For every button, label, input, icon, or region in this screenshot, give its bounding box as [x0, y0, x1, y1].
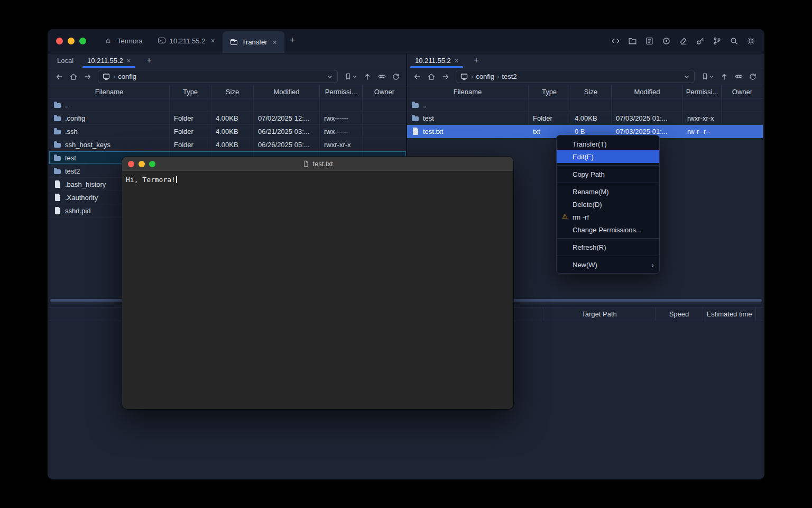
- breadcrumb-label: config: [476, 72, 494, 80]
- tab-label: 10.211.55.2: [170, 37, 206, 45]
- column-header[interactable]: Modified: [612, 85, 683, 98]
- left-path-bar[interactable]: › config: [98, 70, 338, 83]
- search-icon[interactable]: [728, 36, 739, 47]
- right-path-bar[interactable]: › config › test2: [456, 70, 695, 83]
- chevron-down-icon[interactable]: [683, 73, 690, 80]
- bookmark-button[interactable]: [698, 70, 716, 83]
- forward-button[interactable]: [81, 70, 94, 83]
- context-menu-item[interactable]: [557, 163, 659, 168]
- show-hidden-files-button[interactable]: [375, 70, 388, 83]
- minimize-window-button[interactable]: [68, 38, 75, 44]
- column-header[interactable]: Permissi...: [320, 85, 363, 98]
- column-header[interactable]: Permissi...: [683, 85, 722, 98]
- tab-close-icon[interactable]: ×: [210, 37, 215, 45]
- breadcrumb-segment[interactable]: › config: [113, 72, 136, 80]
- context-menu-item[interactable]: Delete(D): [557, 198, 659, 211]
- file-size: 4.00KB: [211, 125, 254, 138]
- file-row[interactable]: test Folder 4.00KB 07/03/2025 01:... rwx…: [407, 112, 763, 125]
- context-menu-item[interactable]: Refresh(R): [557, 241, 659, 253]
- window-tab[interactable]: Termora: [98, 29, 150, 53]
- eye-icon: [377, 72, 386, 81]
- home-button[interactable]: [425, 70, 438, 83]
- breadcrumb-separator: ›: [113, 72, 115, 80]
- context-menu-item[interactable]: [557, 253, 659, 258]
- file-row[interactable]: .ssh Folder 4.00KB 06/21/2025 03:... rwx…: [49, 125, 406, 138]
- titlebar-actions: [610, 29, 764, 53]
- file-name: .Xauthority: [65, 194, 98, 202]
- editor-titlebar[interactable]: test.txt: [122, 157, 513, 171]
- column-header[interactable]: Owner: [722, 85, 763, 98]
- right-new-panel-tab-button[interactable]: +: [469, 53, 484, 68]
- code-icon[interactable]: [610, 36, 621, 47]
- transfer-header-filler: [756, 307, 763, 321]
- column-header[interactable]: Filename: [49, 85, 170, 98]
- tab-close-icon[interactable]: ×: [455, 57, 459, 65]
- column-header[interactable]: Modified: [254, 85, 320, 98]
- close-window-button[interactable]: [56, 38, 63, 44]
- column-header[interactable]: Size: [211, 85, 254, 98]
- new-tab-button[interactable]: +: [284, 29, 300, 53]
- column-header[interactable]: Filename: [407, 85, 529, 98]
- column-header[interactable]: Type: [529, 85, 570, 98]
- up-directory-button[interactable]: [361, 70, 374, 83]
- eraser-icon[interactable]: [678, 36, 688, 47]
- panel-tab[interactable]: 10.211.55.2 ×: [408, 53, 465, 68]
- breadcrumb-segment[interactable]: › config: [471, 72, 494, 80]
- editor-content[interactable]: Hi, Termora!: [122, 171, 513, 188]
- transfer-column-header[interactable]: Estimated time: [703, 307, 756, 321]
- menu-item-icon: [561, 260, 570, 269]
- menu-item-label: Refresh(R): [573, 243, 606, 251]
- file-row[interactable]: ..: [407, 98, 763, 112]
- panel-tab[interactable]: Local: [50, 53, 80, 68]
- column-header[interactable]: Type: [170, 85, 211, 98]
- column-header[interactable]: Owner: [363, 85, 406, 98]
- show-hidden-files-button[interactable]: [732, 70, 745, 83]
- column-header[interactable]: Size: [570, 85, 612, 98]
- panel-tab[interactable]: 10.211.55.2 ×: [80, 53, 137, 68]
- file-row[interactable]: .config Folder 4.00KB 07/02/2025 12:... …: [49, 112, 406, 125]
- bookmark-button[interactable]: [342, 70, 359, 83]
- refresh-button[interactable]: [390, 70, 402, 83]
- bookmark-icon: [344, 72, 352, 80]
- window-tab[interactable]: Transfer ×: [223, 31, 284, 53]
- editor-zoom-button[interactable]: [149, 161, 155, 167]
- back-button[interactable]: [53, 70, 66, 83]
- context-menu-item[interactable]: Edit(E): [557, 150, 659, 163]
- transfer-column-header[interactable]: Target Path: [543, 307, 656, 321]
- record-icon[interactable]: [661, 36, 671, 47]
- settings-icon[interactable]: [745, 36, 756, 47]
- home-button[interactable]: [67, 70, 80, 83]
- file-permissions: rwx------: [320, 125, 363, 138]
- submenu-chevron-icon: ›: [651, 261, 654, 269]
- branch-icon[interactable]: [712, 36, 722, 47]
- chevron-down-icon[interactable]: [326, 73, 334, 80]
- key-icon[interactable]: [695, 36, 705, 47]
- breadcrumb-segment[interactable]: › test2: [497, 72, 517, 80]
- zoom-window-button[interactable]: [79, 38, 86, 44]
- folder-icon[interactable]: [627, 36, 638, 47]
- transfer-column-header[interactable]: Speed: [656, 307, 703, 321]
- menu-item-label: Copy Path: [573, 170, 605, 178]
- forward-button[interactable]: [439, 70, 452, 83]
- context-menu-item[interactable]: Copy Path: [557, 168, 659, 180]
- context-menu-item[interactable]: Rename(M): [557, 185, 659, 198]
- tab-close-icon[interactable]: ×: [273, 38, 277, 47]
- computer-icon: [102, 72, 110, 81]
- context-menu-item[interactable]: rm -rf: [557, 211, 659, 223]
- up-directory-button[interactable]: [718, 70, 731, 83]
- refresh-button[interactable]: [746, 70, 759, 83]
- context-menu-item[interactable]: New(W) ›: [557, 258, 659, 271]
- editor-minimize-button[interactable]: [139, 161, 145, 167]
- file-row[interactable]: ..: [49, 98, 406, 112]
- context-menu-item[interactable]: [557, 180, 659, 185]
- context-menu-item[interactable]: [557, 236, 659, 241]
- file-row[interactable]: ssh_host_keys Folder 4.00KB 06/26/2025 0…: [49, 138, 406, 151]
- context-menu-item[interactable]: Change Permissions...: [557, 223, 659, 236]
- tab-close-icon[interactable]: ×: [127, 57, 131, 65]
- editor-close-button[interactable]: [128, 161, 134, 167]
- context-menu-item[interactable]: Transfer(T): [557, 138, 659, 150]
- left-new-panel-tab-button[interactable]: +: [142, 53, 156, 68]
- window-tab[interactable]: 10.211.55.2 ×: [150, 29, 223, 53]
- back-button[interactable]: [411, 70, 423, 83]
- log-icon[interactable]: [644, 36, 654, 47]
